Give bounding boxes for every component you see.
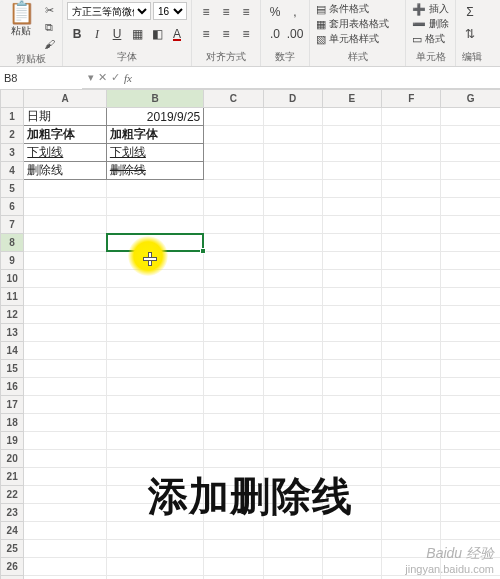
cell-E8[interactable] [322,234,381,252]
cell-F21[interactable] [382,468,441,486]
row-header-5[interactable]: 5 [1,180,24,198]
col-header-E[interactable]: E [322,90,381,108]
conditional-format-button[interactable]: ▤ 条件格式 [314,2,371,16]
cell-F7[interactable] [382,216,441,234]
cell-B3[interactable]: 下划线 [106,144,203,162]
cell-A20[interactable] [24,450,107,468]
format-painter-button[interactable]: 🖌 [40,36,58,52]
cell-F12[interactable] [382,306,441,324]
row-header-22[interactable]: 22 [1,486,24,504]
cell-G26[interactable] [441,558,500,576]
cell-D5[interactable] [263,180,322,198]
cell-F9[interactable] [382,252,441,270]
cell-F3[interactable] [382,144,441,162]
cell-D21[interactable] [263,468,322,486]
cell-E5[interactable] [322,180,381,198]
row-header-26[interactable]: 26 [1,558,24,576]
cell-G23[interactable] [441,504,500,522]
cell-B16[interactable] [106,378,203,396]
cell-B6[interactable] [106,198,203,216]
cell-C16[interactable] [204,378,263,396]
align-left-button[interactable]: ≡ [196,24,216,44]
format-cells-button[interactable]: ▭ 格式 [410,32,447,46]
cell-C14[interactable] [204,342,263,360]
cell-D16[interactable] [263,378,322,396]
formula-input[interactable] [138,72,500,84]
cell-E25[interactable] [322,540,381,558]
cell-E20[interactable] [322,450,381,468]
cell-F22[interactable] [382,486,441,504]
cell-B8[interactable] [106,234,203,252]
cell-E1[interactable] [322,108,381,126]
cell-F1[interactable] [382,108,441,126]
cell-D18[interactable] [263,414,322,432]
select-all-corner[interactable] [1,90,24,108]
cell-G22[interactable] [441,486,500,504]
cancel-icon[interactable]: ✕ [98,71,107,84]
cell-A15[interactable] [24,360,107,378]
row-header-15[interactable]: 15 [1,360,24,378]
col-header-A[interactable]: A [24,90,107,108]
fill-color-button[interactable]: ◧ [147,24,167,44]
cell-E7[interactable] [322,216,381,234]
row-header-27[interactable]: 27 [1,576,24,580]
row-header-17[interactable]: 17 [1,396,24,414]
cell-E4[interactable] [322,162,381,180]
cell-E6[interactable] [322,198,381,216]
cell-G27[interactable] [441,576,500,580]
cell-C12[interactable] [204,306,263,324]
enter-icon[interactable]: ✓ [111,71,120,84]
cell-A6[interactable] [24,198,107,216]
row-header-13[interactable]: 13 [1,324,24,342]
cell-D14[interactable] [263,342,322,360]
cell-F5[interactable] [382,180,441,198]
cell-F24[interactable] [382,522,441,540]
row-header-21[interactable]: 21 [1,468,24,486]
cell-D27[interactable] [263,576,322,580]
cell-F4[interactable] [382,162,441,180]
cell-E24[interactable] [322,522,381,540]
cell-F13[interactable] [382,324,441,342]
cell-A3[interactable]: 下划线 [24,144,107,162]
cell-G3[interactable] [441,144,500,162]
cell-A11[interactable] [24,288,107,306]
row-header-23[interactable]: 23 [1,504,24,522]
cell-D20[interactable] [263,450,322,468]
cell-G5[interactable] [441,180,500,198]
cell-E18[interactable] [322,414,381,432]
cell-D25[interactable] [263,540,322,558]
cell-A7[interactable] [24,216,107,234]
underline-button[interactable]: U [107,24,127,44]
comma-button[interactable]: , [285,2,305,22]
cell-G2[interactable] [441,126,500,144]
cell-B1[interactable]: 2019/9/25 [106,108,203,126]
font-color-button[interactable]: A [167,24,187,44]
col-header-F[interactable]: F [382,90,441,108]
cell-C4[interactable] [204,162,263,180]
copy-button[interactable]: ⧉ [40,19,58,35]
cell-G16[interactable] [441,378,500,396]
cell-E12[interactable] [322,306,381,324]
cell-A14[interactable] [24,342,107,360]
cell-C11[interactable] [204,288,263,306]
row-header-1[interactable]: 1 [1,108,24,126]
cell-E17[interactable] [322,396,381,414]
namebox-dropdown-icon[interactable]: ▾ [88,71,94,84]
cell-A25[interactable] [24,540,107,558]
cell-D22[interactable] [263,486,322,504]
cell-D13[interactable] [263,324,322,342]
cell-G9[interactable] [441,252,500,270]
border-button[interactable]: ▦ [127,24,147,44]
cell-F25[interactable] [382,540,441,558]
row-header-19[interactable]: 19 [1,432,24,450]
cell-B14[interactable] [106,342,203,360]
cell-E14[interactable] [322,342,381,360]
cell-G6[interactable] [441,198,500,216]
cell-E16[interactable] [322,378,381,396]
cell-B13[interactable] [106,324,203,342]
cell-G17[interactable] [441,396,500,414]
cell-C21[interactable] [204,468,263,486]
cell-C3[interactable] [204,144,263,162]
cell-D19[interactable] [263,432,322,450]
col-header-G[interactable]: G [441,90,500,108]
